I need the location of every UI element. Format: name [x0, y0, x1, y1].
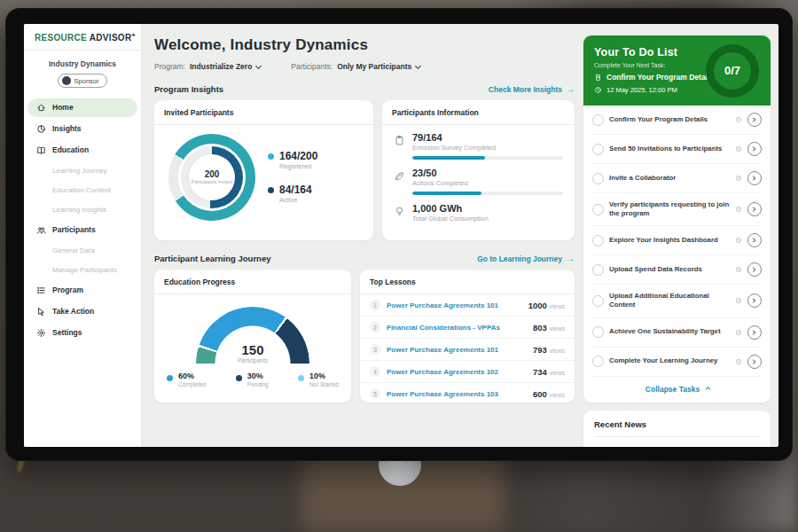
- task-label: Invite a Collaborator: [609, 174, 730, 183]
- lesson-row: 3Power Purchase Agreements 101793 views: [360, 339, 575, 361]
- education-legend-item: 10%Not Started: [298, 372, 339, 387]
- arrow-right-icon: →: [566, 254, 575, 263]
- chevron-down-icon: [255, 62, 262, 68]
- todo-task-row: Upload Additional Educational Content: [592, 285, 762, 317]
- task-open-button[interactable]: [747, 293, 762, 308]
- todo-task-row: Verify participants requesting to join t…: [592, 193, 762, 226]
- sidebar-item-label: Participants: [52, 225, 96, 234]
- task-label: Verify participants requesting to join t…: [609, 200, 730, 218]
- participants-icon: [36, 225, 46, 235]
- filter-bar: Program: Industrialize Zero Participants…: [154, 62, 575, 71]
- task-checkbox[interactable]: [592, 235, 604, 246]
- task-checkbox[interactable]: [592, 295, 604, 307]
- sponsor-badge[interactable]: Sponsor: [58, 74, 108, 88]
- task-open-button[interactable]: [747, 142, 762, 156]
- sidebar-item-education[interactable]: Education: [27, 141, 137, 160]
- sidebar-item-take-action[interactable]: Take Action: [27, 302, 137, 321]
- insights-icon: [36, 124, 46, 134]
- todo-task-row: Invite a Collaborator: [592, 164, 762, 193]
- sidebar-item-manage-participants[interactable]: Manage Participants: [27, 262, 137, 278]
- education-icon: [36, 145, 46, 155]
- take-action-icon: [36, 307, 46, 317]
- invited-participants-title: Invited Participants: [154, 100, 373, 125]
- brand-logo[interactable]: RESOURCE ADVISOR+: [24, 32, 141, 51]
- clock-icon: [735, 358, 742, 365]
- task-label: Explore Your Insights Dashboard: [609, 236, 730, 245]
- task-checkbox[interactable]: [592, 114, 604, 126]
- task-open-button[interactable]: [747, 202, 762, 216]
- sidebar-item-education-content[interactable]: Education Content: [27, 182, 137, 199]
- task-checkbox[interactable]: [592, 204, 604, 215]
- legend-label: Active: [279, 196, 312, 204]
- sidebar-item-learning-insights[interactable]: Learning Insights: [27, 201, 137, 218]
- info-value: 1,000 GWh: [412, 203, 563, 214]
- sidebar-item-home[interactable]: Home: [27, 98, 137, 117]
- lesson-row: 2Financial Considerations - VPPAs803 vie…: [360, 317, 575, 339]
- invited-legend-item: 164/200Registered: [268, 151, 317, 170]
- sidebar-item-label: Learning Insights: [52, 206, 106, 214]
- task-checkbox[interactable]: [592, 173, 604, 184]
- task-open-button[interactable]: [747, 355, 762, 369]
- sidebar-item-program[interactable]: Program: [27, 281, 137, 300]
- clock-icon: [735, 145, 742, 153]
- lesson-link[interactable]: Power Purchase Agreements 102: [387, 368, 527, 376]
- main-column: Welcome, Industry Dynamics Program: Indu…: [142, 24, 583, 447]
- go-to-learning-journey-link[interactable]: Go to Learning Journey →: [477, 254, 575, 263]
- todo-header: Your To Do List Complete Your Next Task:…: [583, 35, 771, 106]
- sidebar-item-label: Education: [52, 145, 89, 154]
- lesson-link[interactable]: Power Purchase Agreements 103: [387, 390, 527, 398]
- sidebar-item-participants[interactable]: Participants: [27, 221, 137, 239]
- sidebar-item-settings[interactable]: Settings: [27, 324, 137, 342]
- sponsor-label: Sponsor: [74, 77, 99, 85]
- legend-dot-icon: [236, 375, 242, 381]
- lesson-link[interactable]: Financial Considerations - VPPAs: [387, 324, 527, 332]
- participants-info-row: 1,000 GWhTotal Global Consumption: [394, 203, 563, 223]
- task-checkbox[interactable]: [592, 144, 604, 155]
- legend-label: Pending: [247, 381, 269, 387]
- info-label: Total Global Consumption: [412, 215, 563, 223]
- education-gauge-legend: 60%Completed30%Pending10%Not Started: [154, 364, 351, 387]
- task-open-button[interactable]: [747, 171, 762, 185]
- top-lessons-card: Top Lessons 1Power Purchase Agreements 1…: [360, 270, 575, 403]
- todo-task-row: Achieve One Sustainability Target: [592, 318, 762, 348]
- chevron-down-icon: [415, 62, 421, 68]
- sidebar: RESOURCE ADVISOR+ Industry Dynamics Spon…: [24, 24, 142, 447]
- lesson-link[interactable]: Power Purchase Agreements 101: [387, 346, 527, 354]
- brand-part1: RESOURCE: [35, 33, 87, 43]
- sidebar-item-insights[interactable]: Insights: [27, 120, 137, 138]
- task-label: Confirm Your Program Details: [609, 115, 730, 124]
- invited-participants-body: 200 Participants Invited 164/200Register…: [154, 125, 373, 221]
- task-checkbox[interactable]: [592, 356, 604, 367]
- clipboard-icon: [394, 132, 405, 160]
- task-open-button[interactable]: [747, 113, 762, 127]
- sidebar-item-learning-journey[interactable]: Learning Journey: [27, 162, 137, 179]
- sidebar-item-label: Settings: [52, 328, 82, 337]
- education-legend-item: 60%Completed: [167, 372, 206, 387]
- lesson-views: 793 views: [533, 345, 565, 355]
- progress-bar: [412, 192, 563, 195]
- program-filter-label: Program:: [154, 62, 185, 71]
- todo-task-row: Confirm Your Program Details: [592, 106, 762, 135]
- task-checkbox[interactable]: [592, 326, 604, 338]
- task-open-button[interactable]: [747, 262, 762, 277]
- collapse-tasks-link[interactable]: Collapse Tasks: [592, 377, 762, 403]
- sidebar-item-general-data[interactable]: General Data: [27, 242, 137, 259]
- task-open-button[interactable]: [747, 325, 762, 340]
- info-label: Actions Completed: [412, 179, 563, 187]
- photo-background: RESOURCE ADVISOR+ Industry Dynamics Spon…: [0, 0, 798, 532]
- program-insights-title: Program Insights: [154, 84, 223, 94]
- lesson-link[interactable]: Power Purchase Agreements 101: [387, 301, 522, 309]
- program-filter[interactable]: Program: Industrialize Zero: [154, 62, 261, 71]
- task-checkbox[interactable]: [592, 264, 604, 276]
- lesson-row: 5Power Purchase Agreements 103600 views: [360, 383, 575, 403]
- participants-filter-value: Only My Participants: [337, 62, 411, 71]
- task-open-button[interactable]: [747, 233, 762, 247]
- donut-center-label: 200 Participants Invited: [189, 154, 235, 200]
- legend-dot-icon: [167, 375, 173, 381]
- recent-news-card: Recent News: [583, 411, 771, 448]
- check-more-insights-link[interactable]: Check More Insights →: [489, 85, 575, 94]
- participants-filter[interactable]: Participants: Only My Participants: [291, 62, 420, 71]
- education-progress-card: Education Progress 150 Participants 60%C…: [154, 270, 351, 403]
- legend-label: Not Started: [309, 381, 339, 387]
- invited-participants-card: Invited Participants 200 Participants In…: [154, 100, 373, 240]
